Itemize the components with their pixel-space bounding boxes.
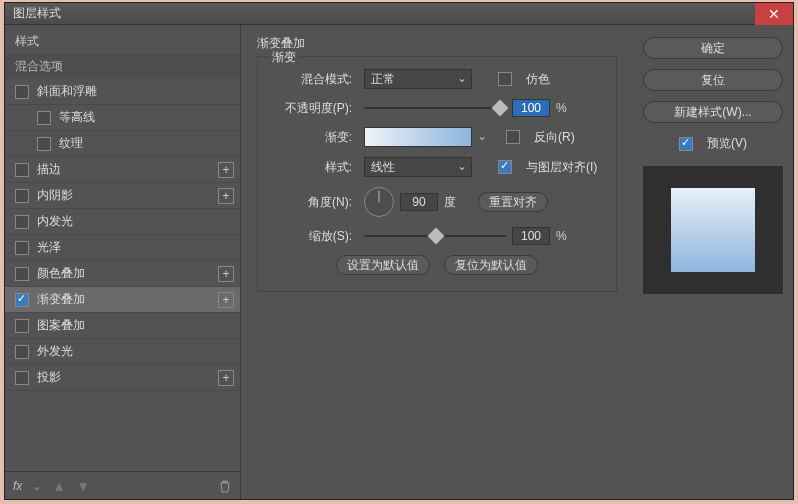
style-list: 斜面和浮雕等高线纹理描边+内阴影+内发光光泽颜色叠加+渐变叠加+图案叠加外发光投… — [5, 79, 240, 471]
reset-align-button[interactable]: 重置对齐 — [478, 192, 548, 212]
trash-icon[interactable] — [218, 479, 232, 493]
gradient-fieldset: 渐变 混合模式: 正常 仿色 不透明度(P): 100 % 渐变: — [257, 56, 617, 292]
angle-label: 角度(N): — [268, 194, 358, 211]
style-select[interactable]: 线性 — [364, 157, 472, 177]
style-checkbox[interactable] — [15, 85, 29, 99]
style-label: 投影 — [37, 369, 218, 386]
style-row-1[interactable]: 等高线 — [5, 105, 240, 131]
style-row-4[interactable]: 内阴影+ — [5, 183, 240, 209]
dither-checkbox[interactable] — [498, 72, 512, 86]
align-checkbox[interactable] — [498, 160, 512, 174]
style-checkbox[interactable] — [15, 319, 29, 333]
blend-mode-label: 混合模式: — [268, 71, 358, 88]
style-row-7[interactable]: 颜色叠加+ — [5, 261, 240, 287]
style-checkbox[interactable] — [15, 267, 29, 281]
percent-label: % — [556, 101, 567, 115]
style-row-3[interactable]: 描边+ — [5, 157, 240, 183]
style-checkbox[interactable] — [15, 215, 29, 229]
style-checkbox[interactable] — [37, 137, 51, 151]
style-label: 纹理 — [59, 135, 234, 152]
style-label: 内发光 — [37, 213, 234, 230]
style-row-0[interactable]: 斜面和浮雕 — [5, 79, 240, 105]
angle-knob[interactable] — [364, 187, 394, 217]
style-label: 内阴影 — [37, 187, 218, 204]
add-effect-icon[interactable]: + — [218, 370, 234, 386]
scale-label: 缩放(S): — [268, 228, 358, 245]
style-sidebar: 样式 混合选项 斜面和浮雕等高线纹理描边+内阴影+内发光光泽颜色叠加+渐变叠加+… — [5, 25, 241, 499]
style-checkbox[interactable] — [37, 111, 51, 125]
preview-checkbox[interactable] — [679, 137, 693, 151]
gradient-label: 渐变: — [268, 129, 358, 146]
new-style-button[interactable]: 新建样式(W)... — [643, 101, 783, 123]
layer-style-dialog: 图层样式 ✕ 样式 混合选项 斜面和浮雕等高线纹理描边+内阴影+内发光光泽颜色叠… — [4, 2, 794, 500]
opacity-slider[interactable] — [364, 100, 506, 116]
angle-unit: 度 — [444, 194, 456, 211]
style-row-10[interactable]: 外发光 — [5, 339, 240, 365]
add-effect-icon[interactable]: + — [218, 162, 234, 178]
style-checkbox[interactable] — [15, 189, 29, 203]
styles-header: 样式 — [5, 25, 240, 54]
cancel-button[interactable]: 复位 — [643, 69, 783, 91]
ok-button[interactable]: 确定 — [643, 37, 783, 59]
fx-icon[interactable]: fx — [13, 479, 22, 493]
dither-label: 仿色 — [526, 71, 550, 88]
style-label: 颜色叠加 — [37, 265, 218, 282]
style-label: 描边 — [37, 161, 218, 178]
blend-options-header[interactable]: 混合选项 — [5, 54, 240, 79]
fieldset-legend: 渐变 — [268, 49, 300, 66]
panel-title: 渐变叠加 — [257, 35, 617, 52]
style-checkbox[interactable] — [15, 293, 29, 307]
set-default-button[interactable]: 设置为默认值 — [336, 255, 430, 275]
style-checkbox[interactable] — [15, 345, 29, 359]
preview-label: 预览(V) — [707, 135, 747, 152]
preview-box — [643, 166, 783, 294]
gradient-swatch[interactable] — [364, 127, 472, 147]
preview-swatch — [671, 188, 755, 272]
gradient-overlay-panel: 渐变叠加 渐变 混合模式: 正常 仿色 不透明度(P): 100 % — [241, 25, 633, 499]
style-label: 等高线 — [59, 109, 234, 126]
style-label: 图案叠加 — [37, 317, 234, 334]
style-checkbox[interactable] — [15, 163, 29, 177]
add-effect-icon[interactable]: + — [218, 188, 234, 204]
opacity-label: 不透明度(P): — [268, 100, 358, 117]
style-label: 光泽 — [37, 239, 234, 256]
align-label: 与图层对齐(I) — [526, 159, 597, 176]
style-row-11[interactable]: 投影+ — [5, 365, 240, 391]
style-row-2[interactable]: 纹理 — [5, 131, 240, 157]
style-row-6[interactable]: 光泽 — [5, 235, 240, 261]
style-label: 样式: — [268, 159, 358, 176]
chevron-down-icon: ⌄ — [32, 479, 42, 493]
style-label: 斜面和浮雕 — [37, 83, 234, 100]
style-checkbox[interactable] — [15, 241, 29, 255]
add-effect-icon[interactable]: + — [218, 292, 234, 308]
reverse-checkbox[interactable] — [506, 130, 520, 144]
sidebar-footer: fx ⌄ ▲ ▼ — [5, 471, 240, 499]
angle-value[interactable]: 90 — [400, 193, 438, 211]
arrow-up-icon[interactable]: ▲ — [52, 478, 66, 494]
dialog-title: 图层样式 — [13, 5, 61, 22]
blend-mode-select[interactable]: 正常 — [364, 69, 472, 89]
style-label: 外发光 — [37, 343, 234, 360]
style-row-5[interactable]: 内发光 — [5, 209, 240, 235]
scale-value[interactable]: 100 — [512, 227, 550, 245]
scale-slider[interactable] — [364, 228, 506, 244]
opacity-value[interactable]: 100 — [512, 99, 550, 117]
reverse-label: 反向(R) — [534, 129, 575, 146]
right-panel: 确定 复位 新建样式(W)... 预览(V) — [633, 25, 793, 499]
style-row-8[interactable]: 渐变叠加+ — [5, 287, 240, 313]
close-button[interactable]: ✕ — [755, 3, 793, 25]
titlebar[interactable]: 图层样式 ✕ — [5, 3, 793, 25]
style-checkbox[interactable] — [15, 371, 29, 385]
style-label: 渐变叠加 — [37, 291, 218, 308]
style-row-9[interactable]: 图案叠加 — [5, 313, 240, 339]
add-effect-icon[interactable]: + — [218, 266, 234, 282]
reset-default-button[interactable]: 复位为默认值 — [444, 255, 538, 275]
arrow-down-icon[interactable]: ▼ — [76, 478, 90, 494]
